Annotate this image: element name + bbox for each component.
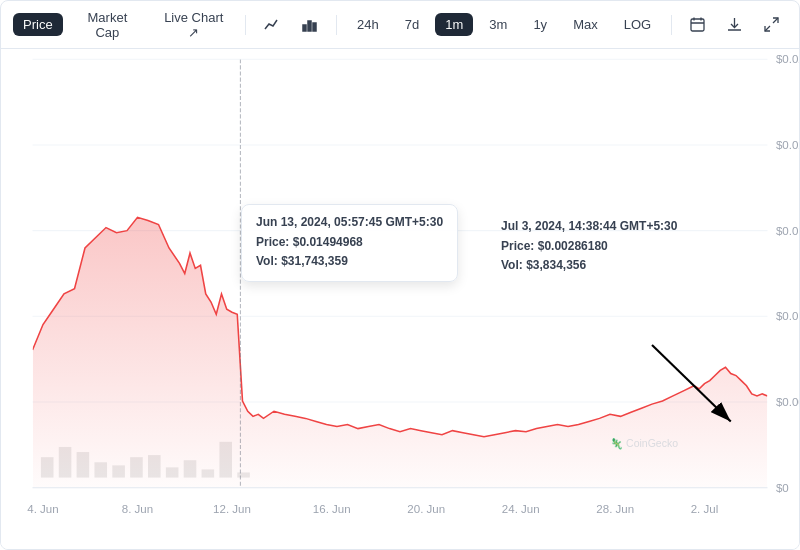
time-7d[interactable]: 7d xyxy=(395,13,429,36)
svg-rect-0 xyxy=(303,25,306,31)
chart-area[interactable]: $0.025 $0.02 $0.015 $0.01 $0.005 $0 4. J… xyxy=(1,49,799,549)
svg-text:16. Jun: 16. Jun xyxy=(313,503,351,515)
svg-text:🦎 CoinGecko: 🦎 CoinGecko xyxy=(610,437,678,450)
svg-text:$0.015: $0.015 xyxy=(776,225,799,237)
svg-text:8. Jun: 8. Jun xyxy=(122,503,153,515)
line-chart-icon-btn[interactable] xyxy=(256,13,288,37)
svg-text:28. Jun: 28. Jun xyxy=(596,503,634,515)
svg-rect-1 xyxy=(308,21,311,31)
calendar-icon-btn[interactable] xyxy=(682,13,713,36)
toolbar: Price Market Cap Live Chart ↗ 24h 7d 1m … xyxy=(1,1,799,49)
time-max[interactable]: Max xyxy=(563,13,608,36)
bar-chart-icon-btn[interactable] xyxy=(294,13,326,37)
expand-icon-btn[interactable] xyxy=(756,13,787,36)
svg-text:24. Jun: 24. Jun xyxy=(502,503,540,515)
divider-1 xyxy=(245,15,246,35)
svg-text:$0.01: $0.01 xyxy=(776,311,799,323)
svg-text:12. Jun: 12. Jun xyxy=(213,503,251,515)
time-1y[interactable]: 1y xyxy=(523,13,557,36)
svg-text:$0: $0 xyxy=(776,482,789,494)
svg-rect-3 xyxy=(691,19,704,31)
svg-text:20. Jun: 20. Jun xyxy=(407,503,445,515)
divider-2 xyxy=(336,15,337,35)
divider-3 xyxy=(671,15,672,35)
price-chart-svg: $0.025 $0.02 $0.015 $0.01 $0.005 $0 4. J… xyxy=(1,49,799,549)
time-24h[interactable]: 24h xyxy=(347,13,389,36)
svg-text:4. Jun: 4. Jun xyxy=(27,503,58,515)
tab-price[interactable]: Price xyxy=(13,13,63,36)
svg-rect-2 xyxy=(313,23,316,31)
tab-live-chart[interactable]: Live Chart ↗ xyxy=(152,6,235,44)
svg-line-9 xyxy=(773,18,778,23)
tab-market-cap[interactable]: Market Cap xyxy=(69,6,147,44)
chart-container: Price Market Cap Live Chart ↗ 24h 7d 1m … xyxy=(0,0,800,550)
time-log[interactable]: LOG xyxy=(614,13,661,36)
time-1m[interactable]: 1m xyxy=(435,13,473,36)
svg-text:2. Jul: 2. Jul xyxy=(691,503,719,515)
time-3m[interactable]: 3m xyxy=(479,13,517,36)
svg-text:$0.02: $0.02 xyxy=(776,139,799,151)
download-icon-btn[interactable] xyxy=(719,13,750,36)
svg-text:$0.005: $0.005 xyxy=(776,396,799,408)
svg-line-10 xyxy=(765,26,770,31)
svg-text:$0.025: $0.025 xyxy=(776,53,799,65)
live-chart-label: Live Chart ↗ xyxy=(162,10,225,40)
